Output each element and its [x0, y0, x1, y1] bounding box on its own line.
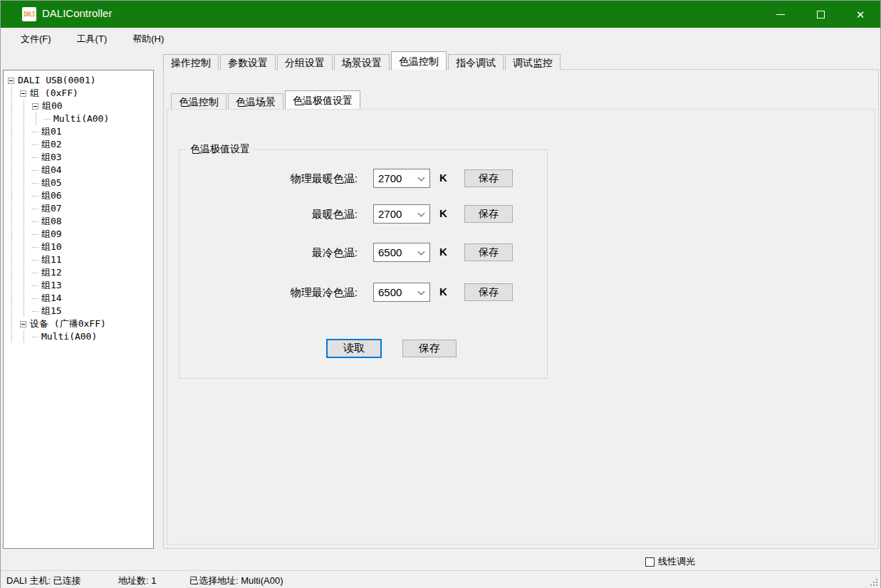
tab-main-5[interactable]: 色温控制: [391, 51, 447, 70]
collapse-icon[interactable]: [20, 90, 26, 97]
maximize-button[interactable]: [801, 1, 840, 28]
tab-main-7[interactable]: 调试监控: [505, 54, 561, 70]
collapse-icon[interactable]: [20, 321, 26, 327]
tree-item-label: 组04: [41, 164, 62, 177]
tab-page-color-temp: 色温控制色温场景色温极值设置 色温极值设置 物理最暖色温:2700K保存最暖色温…: [163, 69, 879, 549]
tree-guide-line: [20, 189, 32, 202]
tree-branch-line: [32, 337, 39, 337]
minimize-button[interactable]: [761, 1, 801, 28]
linear-dimming-checkbox[interactable]: [645, 557, 655, 567]
row-save-button[interactable]: 保存: [464, 243, 513, 261]
tree-guide-line: [20, 241, 32, 253]
tree-guide-line: [20, 279, 32, 292]
unit-label: K: [439, 285, 447, 298]
tree-item[interactable]: 组08: [4, 215, 153, 228]
tree-item[interactable]: 组01: [4, 125, 153, 138]
tree-item[interactable]: DALI USB(0001): [4, 74, 153, 87]
combobox-value: 6500: [378, 246, 402, 258]
tree-item-label: 组01: [41, 125, 62, 138]
tree-item-label: 组12: [41, 266, 62, 279]
sub-page-extremes: 色温极值设置 物理最暖色温:2700K保存最暖色温:2700K保存最冷色温:65…: [167, 109, 875, 545]
tree-guide-line: [20, 112, 32, 125]
collapse-icon[interactable]: [32, 103, 38, 110]
tree-item[interactable]: 组03: [4, 151, 153, 164]
sub-tab-strip: 色温控制色温场景色温极值设置: [171, 92, 362, 109]
tree-item[interactable]: 组07: [4, 202, 153, 215]
tree-guide-line: [20, 266, 32, 279]
color-temp-combobox[interactable]: 2700: [373, 204, 430, 224]
row-save-button[interactable]: 保存: [464, 283, 513, 301]
tree-item[interactable]: 组12: [4, 266, 153, 279]
tree-guide-line: [8, 164, 20, 177]
tree-item-label: 组13: [41, 279, 62, 292]
tree-item[interactable]: 组 (0xFF): [4, 87, 153, 100]
color-temp-combobox[interactable]: 6500: [373, 243, 430, 262]
tree-branch-line: [32, 196, 39, 196]
save-all-button[interactable]: 保存: [402, 340, 457, 357]
menu-item-3[interactable]: 帮助(H): [122, 30, 174, 48]
tree-item-label: Multi(A00): [41, 330, 97, 343]
tab-main-4[interactable]: 场景设置: [334, 54, 390, 70]
tree-item[interactable]: Multi(A00): [4, 112, 153, 125]
tree-item[interactable]: 组11: [4, 253, 153, 266]
tree-guide-line: [20, 202, 32, 215]
read-button[interactable]: 读取: [326, 339, 382, 358]
tree-item-label: 组11: [41, 253, 62, 266]
form-row: 最暖色温:2700K保存: [179, 204, 547, 224]
menu-bar: 文件(F)工具(T)帮助(H): [1, 28, 880, 51]
color-temp-combobox[interactable]: 6500: [373, 283, 430, 302]
tab-main-6[interactable]: 指令调试: [448, 54, 504, 70]
tab-sub-1[interactable]: 色温控制: [171, 93, 226, 109]
tree-guide-line: [8, 266, 20, 279]
status-selected-address: 已选择地址: Multi(A00): [189, 574, 283, 587]
tree-guide-line: [20, 125, 32, 138]
tree-item[interactable]: 组13: [4, 279, 153, 292]
chevron-down-icon: [418, 288, 425, 295]
tree-item[interactable]: 组05: [4, 177, 153, 189]
tab-main-1[interactable]: 操作控制: [163, 54, 219, 70]
color-temp-combobox[interactable]: 2700: [373, 169, 430, 188]
tree-item[interactable]: 组10: [4, 241, 153, 253]
row-save-button[interactable]: 保存: [464, 169, 513, 187]
tab-sub-2[interactable]: 色温场景: [228, 93, 283, 109]
row-save-button[interactable]: 保存: [464, 205, 513, 223]
tree-branch-line: [32, 234, 39, 235]
tab-sub-3[interactable]: 色温极值设置: [285, 90, 360, 109]
tree-guide-line: [20, 228, 32, 241]
status-bar: DALI 主机: 已连接 地址数: 1 已选择地址: Multi(A00): [1, 570, 880, 588]
linear-dimming-row: 线性调光: [645, 555, 695, 568]
tree-guide-line: [8, 189, 20, 202]
field-label: 最冷色温:: [201, 246, 358, 260]
tree-guide-line: [8, 253, 20, 266]
menu-item-1[interactable]: 文件(F): [11, 30, 61, 48]
tree-item[interactable]: Multi(A00): [4, 330, 153, 343]
tree-item-label: 组05: [41, 177, 62, 189]
tree-item[interactable]: 组14: [4, 292, 153, 305]
tree-guide-line: [8, 100, 20, 112]
tree-item[interactable]: 组04: [4, 164, 153, 177]
menu-item-2[interactable]: 工具(T): [67, 30, 118, 48]
tree-item-label: 组07: [41, 202, 62, 215]
window-title: DALIController: [42, 7, 112, 19]
unit-label: K: [439, 172, 447, 184]
tree-guide-line: [8, 87, 20, 100]
close-button[interactable]: ✕: [840, 1, 880, 28]
tree-item[interactable]: 组06: [4, 189, 153, 202]
app-icon: DALI: [22, 7, 36, 21]
tree-item[interactable]: 组09: [4, 228, 153, 241]
tree-branch-line: [32, 209, 39, 209]
title-bar: DALI DALIController ✕: [1, 1, 880, 28]
tree-guide-line: [8, 177, 20, 189]
tree-item[interactable]: 组00: [4, 100, 153, 112]
tab-main-2[interactable]: 参数设置: [220, 54, 276, 70]
resize-grip[interactable]: [869, 577, 877, 586]
tab-main-3[interactable]: 分组设置: [277, 54, 333, 70]
collapse-icon[interactable]: [8, 78, 14, 84]
tree-item[interactable]: 设备 (广播0xFF): [4, 317, 153, 330]
maximize-icon: [817, 11, 825, 19]
tree-guide-line: [8, 228, 20, 241]
tree-branch-line: [32, 311, 39, 312]
tree-item-label: 组15: [41, 305, 62, 317]
tree-item[interactable]: 组15: [4, 305, 153, 317]
tree-item[interactable]: 组02: [4, 138, 153, 151]
